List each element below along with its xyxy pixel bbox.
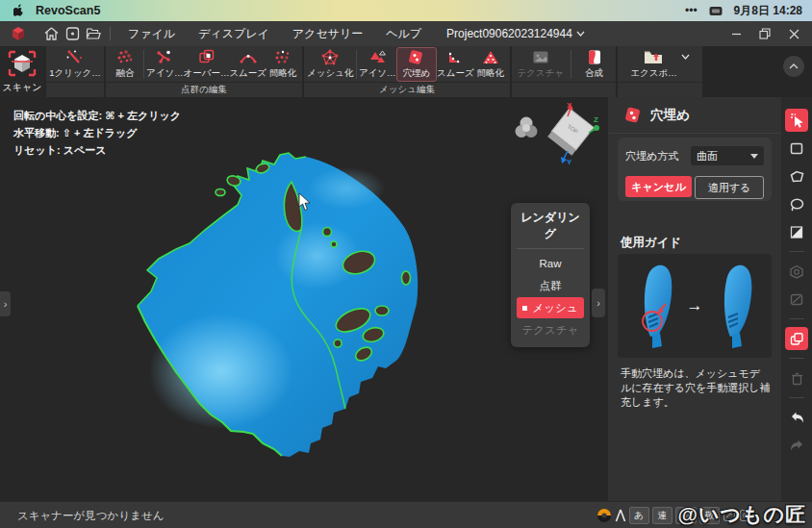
method-value: 曲面 (697, 149, 718, 163)
texture-composite-section: テクスチャ 合成 (512, 46, 616, 97)
svg-text:Y: Y (567, 158, 572, 166)
scan-icon (8, 50, 37, 77)
strip-divider (789, 397, 804, 398)
pc-isolated-button[interactable]: アイソ… (146, 49, 184, 80)
smooth-curve-icon (239, 49, 258, 65)
project-name: Project09062023124944 (446, 27, 572, 40)
invert-selection-tool[interactable] (785, 220, 808, 243)
ime-pen-icon[interactable] (615, 509, 626, 522)
home-button[interactable] (40, 25, 62, 42)
project-name-dropdown[interactable]: Project09062023124944 (446, 27, 585, 40)
rectangle-select-tool[interactable] (785, 137, 808, 160)
export-section: エクスポ… (618, 46, 702, 97)
mesh-create-button[interactable]: メッシュ化 (307, 49, 353, 80)
deselect-all-icon (789, 332, 804, 346)
mesh-edit-group: メッシュ化 アイソ… 穴埋め スムーズ 簡略化 メッシュ編集 (304, 46, 510, 97)
pc-smooth-button[interactable]: スムーズ (229, 49, 266, 80)
apple-menu-icon[interactable] (13, 4, 26, 18)
deselect-all-tool[interactable] (785, 327, 808, 350)
pointcloud-edit-group: 融合 アイソ… オーバー… スムーズ 簡略化 点群の編集 (106, 46, 302, 97)
export-icon (643, 49, 664, 65)
group-divider (571, 50, 571, 79)
ime-renbun-button[interactable]: 連 (652, 507, 672, 524)
restore-button[interactable] (752, 24, 777, 43)
view-spheres-widget[interactable] (513, 114, 540, 141)
status-message: スキャナーが見つかりません (17, 509, 164, 523)
guide-illustration: → (618, 254, 772, 358)
select-cursor-tool[interactable] (785, 109, 808, 132)
nav-cube-widget[interactable]: TOP X Z Y (539, 101, 602, 168)
menubar-app-name[interactable]: RevoScan5 (36, 4, 100, 17)
trash-icon (790, 371, 804, 386)
menubar-time[interactable]: 14:28 (773, 4, 802, 17)
guide-model-before (629, 262, 681, 350)
fuse-icon (115, 49, 135, 65)
ime-kana-button[interactable]: あ (629, 507, 649, 524)
close-button[interactable] (781, 24, 806, 43)
arrow-right-icon: → (687, 296, 703, 315)
scan-label: スキャン (3, 81, 42, 94)
cancel-button[interactable]: キャンセル (625, 176, 692, 197)
menubar-date[interactable]: 9月8日 (734, 4, 770, 17)
composite-button[interactable]: 合成 (578, 49, 611, 80)
mesh-simplify-button[interactable]: 簡略化 (474, 49, 507, 80)
mesh-smooth-icon (445, 49, 465, 65)
mesh-simplify-icon (481, 49, 500, 65)
chevron-down-icon (576, 31, 585, 37)
selected-bullet-icon (522, 306, 527, 311)
export-button[interactable]: エクスポ… (630, 49, 689, 80)
fuse-button[interactable]: 融合 (109, 49, 141, 80)
texture-button: テクスチャ (517, 49, 564, 80)
mesh-smooth-button[interactable]: スムーズ (437, 49, 474, 80)
menu-accessories[interactable]: アクセサリー (292, 26, 363, 42)
simplify-points-icon (273, 49, 292, 65)
method-card: 穴埋め方式 曲面 キャンセル 適用する (618, 138, 772, 201)
rendering-option-mesh[interactable]: メッシュ (517, 297, 584, 318)
method-dropdown[interactable]: 曲面 (691, 146, 764, 165)
open-project-button[interactable] (83, 25, 104, 42)
lasso-select-tool[interactable] (785, 192, 808, 215)
pc-simplify-button[interactable]: 簡略化 (266, 49, 299, 80)
menu-file[interactable]: ファイル (128, 26, 175, 42)
guide-description: 手動穴埋めは、メッシュモデルに存在する穴を手動選択し補充します。 (621, 366, 771, 410)
rendering-option-pointcloud[interactable]: 点群 (517, 275, 584, 296)
apply-button[interactable]: 適用する (695, 176, 764, 199)
group-divider (143, 50, 144, 79)
pc-overlap-button[interactable]: オーバー… (184, 49, 230, 80)
one-click-edit-button[interactable]: 1クリック… (49, 49, 101, 80)
undo-button[interactable] (785, 406, 808, 429)
polygon-select-icon (789, 169, 805, 184)
composite-icon (585, 49, 604, 65)
polygon-select-tool[interactable] (785, 164, 808, 188)
left-panel-expander[interactable]: › (0, 291, 11, 316)
mesh-isolated-button[interactable]: アイソ… (359, 49, 396, 80)
redo-icon (789, 439, 805, 453)
magic-wand-icon (65, 49, 85, 65)
delete-selection-tool (785, 366, 808, 390)
menu-display[interactable]: ディスプレイ (198, 26, 269, 42)
menu-help[interactable]: ヘルプ (386, 26, 421, 42)
new-project-button[interactable] (62, 25, 83, 42)
ime-mode-icon[interactable] (596, 508, 612, 523)
toolbar-collapse-button[interactable] (783, 56, 804, 77)
viewport-3d[interactable]: 回転の中心を設定: ⌘ + 左クリック 水平移動: ⇧ + 左ドラッグ リセット… (0, 97, 608, 501)
meshing-icon (320, 49, 340, 65)
right-panel-expander[interactable]: › (592, 289, 605, 317)
mesh-group-label: メッシュ編集 (379, 84, 435, 96)
scanned-mesh-model[interactable] (130, 126, 438, 472)
connected-select-icon (789, 264, 804, 279)
scan-button[interactable]: スキャン (0, 46, 44, 97)
hole-filling-button[interactable]: 穴埋め (396, 47, 437, 82)
rectangle-select-icon (789, 141, 804, 156)
menubar-more-icon[interactable]: ••• (685, 4, 698, 17)
rendering-option-raw[interactable]: Raw (517, 253, 584, 274)
redo-button (785, 434, 808, 457)
input-source-icon[interactable] (709, 6, 723, 16)
mouse-cursor (298, 193, 312, 212)
texture-icon (531, 49, 550, 65)
overlap-icon (197, 49, 216, 65)
hole-filling-icon (623, 107, 643, 124)
select-plane-tool (785, 288, 808, 311)
minimize-button[interactable] (723, 24, 749, 43)
method-label: 穴埋め方式 (625, 149, 678, 163)
